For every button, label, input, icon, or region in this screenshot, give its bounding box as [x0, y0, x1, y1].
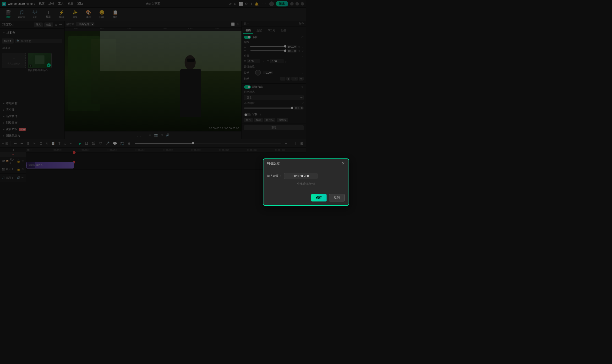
duration-input-row: 輸入時長： [267, 173, 306, 179]
dialog-title: 時長設定 [267, 161, 280, 166]
dialog-body: 輸入時長： 小時:分鐘:秒:幀 [263, 168, 306, 182]
duration-dialog: 時長設定 ✕ 輸入時長： 小時:分鐘:秒:幀 保存 取消 [263, 158, 306, 182]
modal-overlay[interactable]: 時長設定 ✕ 輸入時長： 小時:分鐘:秒:幀 保存 取消 [0, 0, 306, 182]
dialog-header: 時長設定 ✕ [263, 159, 306, 168]
duration-input[interactable] [284, 173, 306, 179]
duration-label: 輸入時長： [267, 174, 282, 178]
